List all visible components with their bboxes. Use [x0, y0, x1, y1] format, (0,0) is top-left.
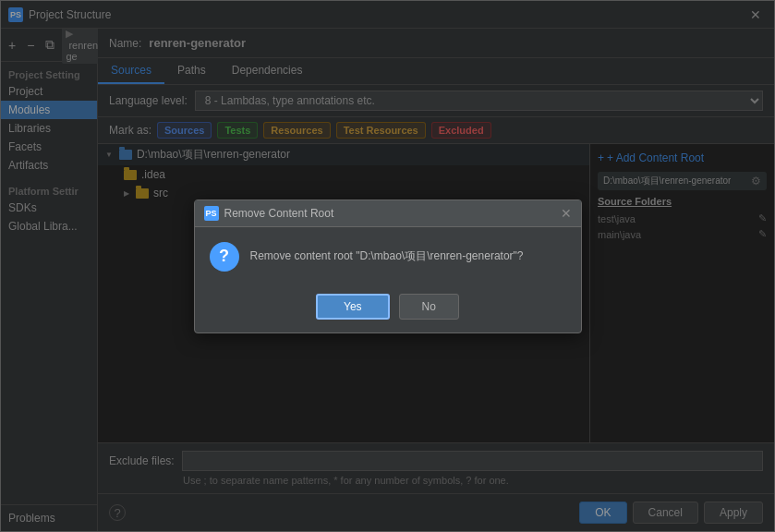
remove-content-root-dialog: PS Remove Content Root ✕ ? Remove conten… — [194, 200, 582, 333]
dialog-footer: Yes No — [195, 286, 581, 332]
yes-button[interactable]: Yes — [316, 294, 390, 320]
dialog-app-icon: PS — [204, 206, 219, 221]
dialog-body: ? Remove content root "D:\mbao\项目\renren… — [195, 227, 581, 286]
no-button[interactable]: No — [399, 294, 459, 320]
project-structure-window: PS Project Structure ✕ + − ⧉ ▶ renren-ge… — [0, 0, 775, 532]
dialog-title: PS Remove Content Root — [204, 206, 561, 221]
dialog-title-bar: PS Remove Content Root ✕ — [195, 200, 581, 227]
dialog-close-button[interactable]: ✕ — [561, 206, 572, 221]
dialog-message: Remove content root "D:\mbao\项目\renren-g… — [250, 242, 524, 264]
main-content: + − ⧉ ▶ renren-ge Project Setting Projec… — [1, 29, 774, 531]
content-area: Name: renren-generator Sources Paths Dep… — [98, 29, 774, 531]
question-icon: ? — [210, 242, 239, 272]
dialog-overlay: PS Remove Content Root ✕ ? Remove conten… — [98, 29, 774, 531]
dialog-title-text: Remove Content Root — [224, 207, 334, 220]
